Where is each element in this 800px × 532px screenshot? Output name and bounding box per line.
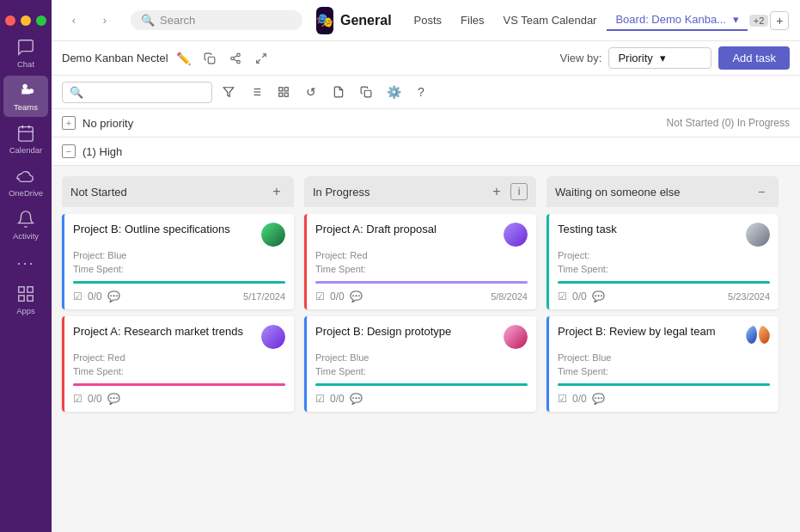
traffic-lights [5,7,46,33]
expand-icon[interactable] [251,48,272,69]
task-project: Project: Red [315,250,528,260]
task-card-top: Project B: Design prototype [315,325,528,349]
task-date: 5/23/2024 [728,291,770,302]
main-content: ‹ › 🔍 Search 🎭 General Posts Files VS Te… [52,0,800,532]
tab-posts[interactable]: Posts [406,10,451,30]
task-card[interactable]: Project B: Review by legal team Project:… [547,316,779,412]
task-card[interactable]: Project A: Draft proposal Project: Red T… [304,214,536,309]
task-card[interactable]: Project B: Outline specifications Projec… [62,214,294,309]
layout-icon[interactable] [272,81,295,103]
svg-rect-10 [208,57,215,64]
search-field[interactable] [89,86,205,99]
task-meta-icons: ☑ 0/0 💬 [73,290,120,303]
expand-icon[interactable]: + [62,116,76,130]
sidebar-item-label: Chat [17,59,34,69]
task-project: Project: Red [73,352,285,363]
task-avatar [261,325,285,349]
forward-button[interactable]: › [93,9,117,33]
task-card[interactable]: Testing task Project: Time Spent: [547,214,779,309]
task-title: Project B: Outline specifications [73,223,256,237]
sidebar-more-button[interactable]: ··· [3,248,48,279]
chevron-down-icon: ▾ [733,13,739,26]
global-search[interactable]: 🔍 Search [131,10,302,30]
task-card[interactable]: Project B: Design prototype Project: Blu… [304,316,536,412]
search-label: Search [160,14,195,27]
project-prefix: Project: [558,352,592,363]
svg-line-16 [262,53,266,57]
task-bottom: ☑ 0/0 💬 5/17/2024 [73,290,285,303]
task-project: Project: Blue [73,250,285,260]
view-by-label: View by: [560,52,602,64]
priority-header-high[interactable]: − (1) High [52,138,800,166]
filter-icon[interactable] [217,81,240,103]
checklist-icon: ☑ [315,393,325,405]
task-time-spent: Time Spent: [73,366,285,376]
task-time-spent: Time Spent: [558,366,770,376]
close-button[interactable] [5,15,15,26]
sidebar-item-teams[interactable]: Teams [3,76,48,117]
collapse-icon[interactable]: − [62,144,76,158]
tab-files[interactable]: Files [452,10,492,30]
back-button[interactable]: ‹ [62,9,86,33]
add-task-button[interactable]: Add task [718,46,790,70]
column-add-button[interactable]: + [268,183,285,200]
sidebar-item-chat[interactable]: Chat [3,33,48,74]
sidebar-item-activity[interactable]: Activity [3,205,48,246]
svg-rect-5 [27,287,33,292]
copy-icon[interactable] [199,48,220,69]
search-icon: 🔍 [70,86,83,99]
task-time-spent: Time Spent: [73,264,285,274]
add-tab-button[interactable]: + [770,11,789,30]
copy-icon2[interactable] [355,81,377,103]
task-bottom: ☑ 0/0 💬 [558,393,770,405]
task-progress-bar [558,383,770,386]
priority-header-no-priority[interactable]: + No priority Not Started (0) In Progres… [52,109,800,138]
task-progress-bar [73,383,285,386]
column-add-button[interactable]: + [488,183,505,200]
checklist-icon: ☑ [558,290,567,303]
checklist-count: 0/0 [572,290,587,303]
minimize-button[interactable] [21,15,31,26]
task-title: Project B: Design prototype [315,325,498,339]
svg-rect-27 [284,93,288,96]
priority-section-high: − (1) High Not Started + Project B: Outl… [52,138,800,467]
help-icon[interactable]: ? [410,81,432,103]
topbar: ‹ › 🔍 Search 🎭 General Posts Files VS Te… [52,0,800,41]
progress-fill [558,281,770,284]
priority-label: No priority [82,117,133,130]
group-icon[interactable] [245,81,267,103]
kanban-area: Not Started + Project B: Outline specifi… [52,166,800,467]
checklist-count: 0/0 [330,290,345,303]
svg-rect-6 [19,296,24,301]
task-search-input[interactable]: 🔍 [62,82,212,103]
checklist-count: 0/0 [88,290,102,303]
checklist-count: 0/0 [572,393,587,405]
emoji-button[interactable]: 🙂 [796,9,800,33]
tab-board[interactable]: Board: Demo Kanba... ▾ [607,9,747,31]
column-collapse-button[interactable]: − [753,183,770,200]
topbar-tabs: Posts Files VS Team Calendar Board: Demo… [406,9,790,31]
settings-icon[interactable]: ⚙️ [382,81,405,103]
column-info-button[interactable]: i [510,183,528,200]
view-select-dropdown[interactable]: Priority ▾ [608,47,711,69]
column-header-in-progress: In Progress + i [304,176,536,207]
sidebar-item-calendar[interactable]: Calendar [3,119,48,160]
task-time-spent: Time Spent: [558,264,770,274]
project-prefix: Project: [73,250,107,260]
task-card[interactable]: Project A: Research market trends Projec… [62,316,294,412]
sidebar-item-onedrive[interactable]: OneDrive [3,162,48,203]
maximize-button[interactable] [36,15,46,26]
document-icon[interactable] [327,81,350,103]
task-time-spent: Time Spent: [315,264,528,274]
sidebar-item-apps[interactable]: Apps [3,279,48,321]
tab-vs-calendar[interactable]: VS Team Calendar [495,10,606,30]
edit-icon[interactable]: ✏️ [174,48,194,69]
history-icon[interactable]: ↺ [300,81,322,103]
share-icon[interactable] [225,48,246,69]
task-progress-bar [315,281,528,284]
onedrive-icon [16,167,35,186]
comment-icon: 💬 [350,290,363,303]
task-project: Project: Blue [558,352,770,363]
sidebar-item-label: Calendar [9,145,43,155]
task-avatar [261,223,285,247]
